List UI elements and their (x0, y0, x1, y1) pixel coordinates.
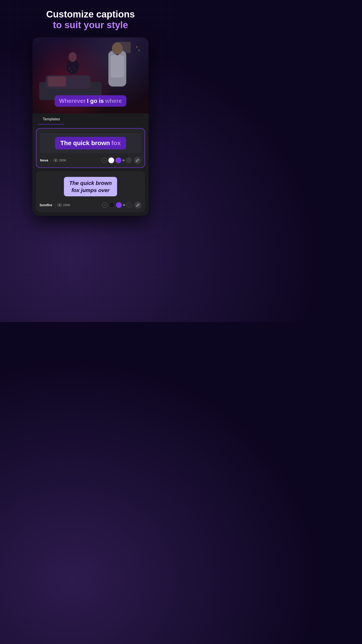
svg-point-4 (69, 52, 77, 62)
eye-icon-nova (53, 159, 58, 162)
template-card-surefire[interactable]: The quick brownfox jumps over Surefire | (36, 171, 145, 212)
templates-content: The quick brown fox Nova | (32, 124, 149, 216)
nova-footer: Nova | 290K (40, 157, 141, 164)
color-dark-nova[interactable] (126, 158, 132, 163)
color-dot-nova[interactable] (123, 160, 124, 161)
color-dark2-surefire[interactable] (126, 202, 132, 208)
svg-point-6 (73, 67, 74, 68)
color-purple-nova[interactable] (115, 158, 121, 163)
svg-rect-2 (48, 76, 66, 86)
pencil-icon-surefire (136, 203, 140, 207)
title-line1: Customize captions (46, 9, 135, 20)
eye-icon-surefire (57, 204, 62, 206)
edit-button-surefire[interactable] (134, 202, 141, 209)
title-line2: to suit your style (46, 20, 135, 30)
phone-card: Wherever I go is where Templates (32, 37, 149, 216)
svg-point-16 (59, 204, 60, 206)
tab-templates[interactable]: Templates (38, 113, 64, 124)
nova-view-count: 290K (59, 158, 66, 162)
color-dark1-surefire[interactable] (109, 202, 115, 208)
nova-name: Nova (40, 158, 48, 162)
nova-views: 290K (53, 158, 66, 162)
templates-tab-label: Templates (43, 117, 60, 124)
nova-divider: | (50, 158, 51, 162)
surefire-colors[interactable] (102, 202, 141, 209)
svg-point-8 (76, 69, 76, 70)
nova-caption-text-highlight: fox (111, 140, 121, 147)
color-ghost-surefire[interactable] (102, 202, 107, 208)
color-ghost-nova[interactable] (102, 158, 107, 163)
surefire-caption-box: The quick brownfox jumps over (64, 177, 117, 196)
svg-point-5 (69, 68, 70, 69)
templates-section: Templates The quick brown fox Nova (32, 113, 149, 216)
page-title: Customize captions to suit your style (46, 9, 135, 31)
nova-caption-text-normal: The quick brown (60, 140, 110, 147)
surefire-preview: The quick brownfox jumps over (39, 176, 141, 198)
pencil-icon-nova (136, 158, 139, 162)
surefire-meta: Surefire | 290K (39, 203, 70, 207)
nova-caption-box: The quick brown fox (55, 137, 126, 149)
video-background: Wherever I go is where (32, 37, 149, 113)
nova-meta: Nova | 290K (40, 158, 66, 162)
surefire-views: 290K (57, 203, 70, 207)
video-preview: Wherever I go is where (32, 37, 149, 113)
svg-point-7 (71, 70, 72, 71)
nova-preview: The quick brown fox (40, 133, 141, 153)
caption-word-wherever: Wherever (59, 98, 86, 104)
surefire-footer: Surefire | 290K (39, 202, 141, 209)
surefire-view-count: 290K (63, 203, 70, 207)
svg-point-10 (112, 42, 123, 55)
color-white-nova[interactable] (108, 158, 114, 163)
surefire-divider: | (54, 203, 55, 207)
caption-word-where: where (105, 98, 122, 104)
caption-overlay: Wherever I go is where (55, 95, 126, 107)
color-purple-surefire[interactable] (116, 202, 122, 208)
svg-rect-12 (111, 55, 124, 78)
svg-point-14 (55, 160, 56, 161)
scene-svg (39, 37, 149, 100)
template-card-nova[interactable]: The quick brown fox Nova | (36, 128, 145, 168)
surefire-caption-text: The quick brownfox jumps over (69, 180, 112, 194)
caption-word-igo: I go is (87, 98, 104, 104)
color-dot-surefire[interactable] (123, 204, 125, 206)
edit-button-nova[interactable] (134, 157, 141, 164)
nova-colors[interactable] (102, 157, 141, 164)
page-wrapper: Customize captions to suit your style (0, 0, 181, 322)
surefire-name: Surefire (39, 203, 52, 207)
